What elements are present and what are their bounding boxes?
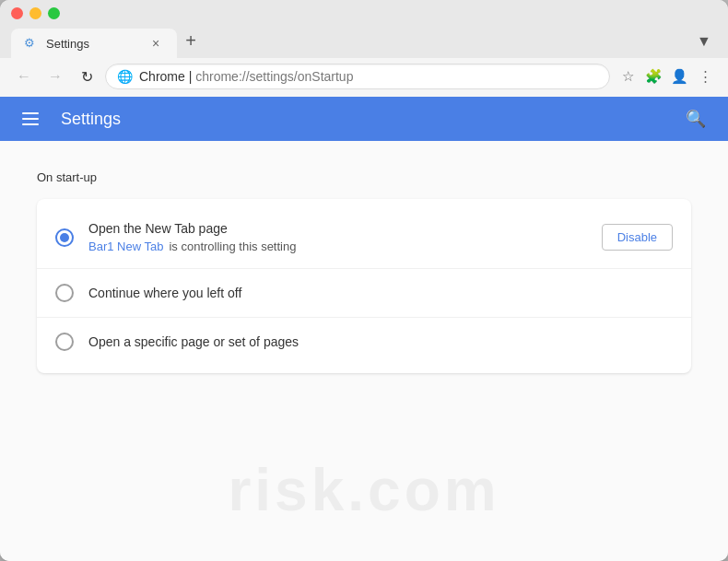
settings-search-button[interactable]: 🔍 <box>678 101 713 136</box>
url-path-prefix: chrome://settings/ <box>195 69 298 84</box>
active-tab[interactable]: ⚙ Settings × <box>11 29 177 58</box>
url-path: chrome://settings/onStartup <box>195 69 353 84</box>
tab-extras: ▼ <box>691 29 717 54</box>
extension-link[interactable]: Bar1 New Tab <box>88 240 163 253</box>
tabs-row: ⚙ Settings × + ▼ <box>11 27 717 58</box>
address-bar: ← → ↻ 🌐 Chrome | chrome://settings/onSta… <box>0 58 728 97</box>
section-title: On start-up <box>37 170 691 184</box>
settings-header-left: Settings <box>15 105 121 133</box>
radio-continue[interactable] <box>55 284 74 302</box>
chrome-options-button[interactable]: ⋮ <box>693 64 717 88</box>
reload-button[interactable]: ↻ <box>74 64 100 89</box>
url-bar[interactable]: 🌐 Chrome | chrome://settings/onStartup <box>105 64 610 89</box>
close-window-button[interactable] <box>11 7 23 19</box>
radio-specific[interactable] <box>55 333 74 351</box>
maximize-window-button[interactable] <box>48 7 60 19</box>
profile-button[interactable]: 👤 <box>667 64 691 88</box>
radio-new-tab[interactable] <box>55 228 74 247</box>
disable-button[interactable]: Disable <box>602 224 673 251</box>
forward-button[interactable]: → <box>42 64 68 89</box>
option-content-specific: Open a specific page or set of pages <box>88 334 673 349</box>
title-bar: ⚙ Settings × + ▼ <box>0 0 728 58</box>
url-separator: | <box>185 69 195 84</box>
option-sub-new-tab: Bar1 New Tab is controlling this setting <box>88 240 587 253</box>
chrome-menu-button[interactable]: ▼ <box>691 29 717 54</box>
tab-favicon-icon: ⚙ <box>24 36 39 51</box>
hamburger-menu-button[interactable] <box>15 105 46 133</box>
option-label-specific: Open a specific page or set of pages <box>88 334 673 349</box>
watermark: risk.com <box>228 456 499 524</box>
option-row-specific: Open a specific page or set of pages <box>37 318 691 366</box>
extensions-button[interactable]: 🧩 <box>641 64 665 88</box>
hamburger-line-2 <box>22 118 39 120</box>
bookmark-button[interactable]: ☆ <box>616 64 640 88</box>
security-icon: 🌐 <box>117 69 132 84</box>
option-content-continue: Continue where you left off <box>88 286 673 300</box>
tab-title: Settings <box>46 37 140 51</box>
radio-inner-new-tab <box>60 233 69 242</box>
browser-actions: ☆ 🧩 👤 ⋮ <box>616 64 717 88</box>
options-card: Open the New Tab page Bar1 New Tab is co… <box>37 199 691 373</box>
option-content-new-tab: Open the New Tab page Bar1 New Tab is co… <box>88 221 587 253</box>
search-icon: 🔍 <box>686 109 706 129</box>
new-tab-button[interactable]: + <box>177 27 205 54</box>
option-label-continue: Continue where you left off <box>88 286 673 300</box>
settings-header: Settings 🔍 <box>0 97 728 141</box>
minimize-window-button[interactable] <box>29 7 41 19</box>
option-label-new-tab: Open the New Tab page <box>88 221 587 236</box>
option-row-new-tab: Open the New Tab page Bar1 New Tab is co… <box>37 206 691 269</box>
url-domain: Chrome <box>139 69 185 84</box>
traffic-lights <box>11 7 717 19</box>
url-path-value: onStartup <box>298 69 354 84</box>
browser-window: ⚙ Settings × + ▼ ← → ↻ 🌐 Chrome | chrome… <box>0 0 728 561</box>
settings-page-title: Settings <box>61 110 121 129</box>
settings-content: On start-up Open the New Tab page Bar1 N… <box>0 141 728 561</box>
url-text: Chrome | chrome://settings/onStartup <box>139 69 598 84</box>
settings-body: Settings 🔍 On start-up Open the New Tab … <box>0 97 728 561</box>
hamburger-line-1 <box>22 112 39 114</box>
option-row-continue: Continue where you left off <box>37 269 691 318</box>
hamburger-line-3 <box>22 123 39 125</box>
tab-close-button[interactable]: × <box>147 35 164 52</box>
controlling-text: is controlling this setting <box>169 240 296 253</box>
back-button[interactable]: ← <box>11 64 37 89</box>
